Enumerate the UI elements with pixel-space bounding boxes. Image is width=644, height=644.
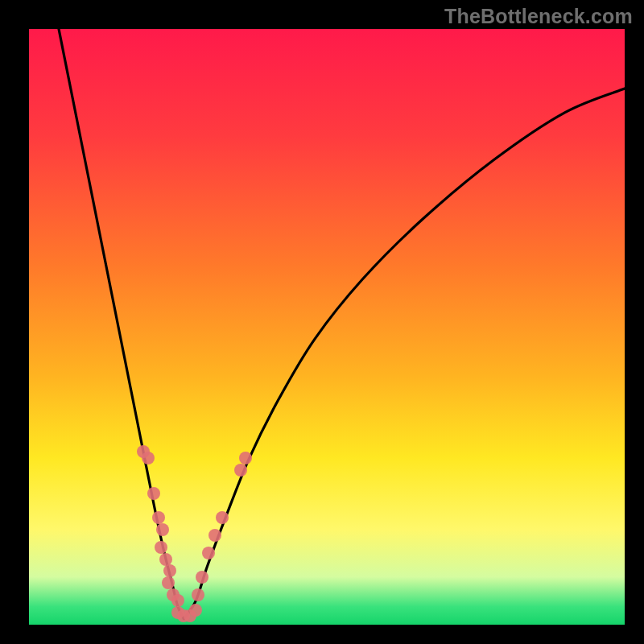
data-point-marker [163,564,176,577]
data-point-marker [159,553,172,566]
data-point-marker [152,511,165,524]
data-point-marker [155,541,167,554]
data-point-marker [196,571,208,584]
data-point-marker [234,464,247,477]
watermark-text: TheBottleneck.com [444,5,633,28]
chart-frame: TheBottleneck.com [0,0,644,644]
data-point-marker [208,529,221,542]
data-point-marker [189,604,202,617]
plot-area [29,29,625,625]
right-branch-curve [184,89,625,619]
curve-layer [29,29,625,625]
data-point-marker [156,523,169,536]
data-point-marker [216,511,229,524]
